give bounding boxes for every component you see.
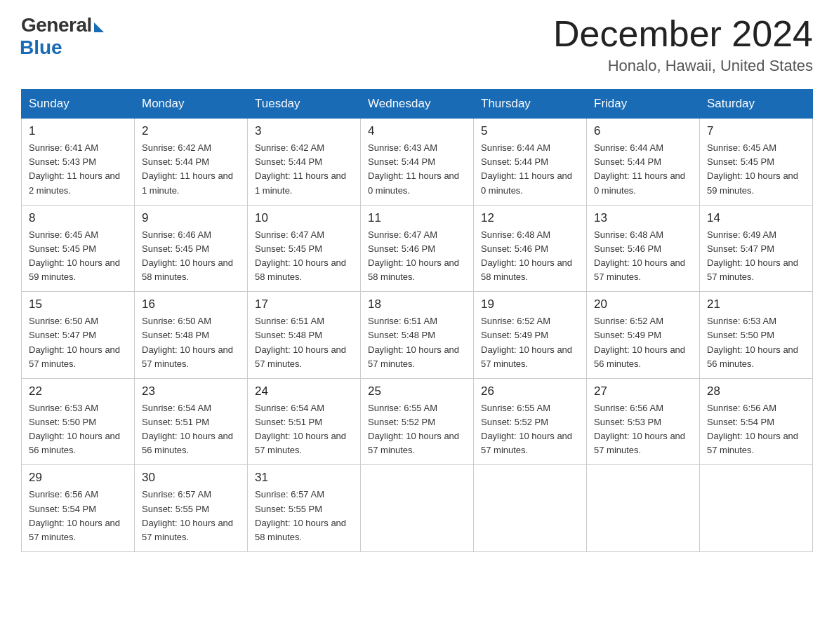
calendar-week-row: 1 Sunrise: 6:41 AMSunset: 5:43 PMDayligh… bbox=[22, 119, 813, 206]
day-number: 1 bbox=[29, 124, 127, 138]
day-info: Sunrise: 6:54 AMSunset: 5:51 PMDaylight:… bbox=[255, 401, 353, 458]
table-row: 21 Sunrise: 6:53 AMSunset: 5:50 PMDaylig… bbox=[700, 292, 813, 379]
day-info: Sunrise: 6:43 AMSunset: 5:44 PMDaylight:… bbox=[368, 141, 466, 198]
day-info: Sunrise: 6:53 AMSunset: 5:50 PMDaylight:… bbox=[29, 401, 127, 458]
table-row: 31 Sunrise: 6:57 AMSunset: 5:55 PMDaylig… bbox=[248, 465, 361, 552]
header-sunday: Sunday bbox=[22, 90, 135, 119]
header-friday: Friday bbox=[587, 90, 700, 119]
day-info: Sunrise: 6:55 AMSunset: 5:52 PMDaylight:… bbox=[368, 401, 466, 458]
day-number: 4 bbox=[368, 124, 466, 138]
header-saturday: Saturday bbox=[700, 90, 813, 119]
table-row bbox=[587, 465, 700, 552]
table-row: 25 Sunrise: 6:55 AMSunset: 5:52 PMDaylig… bbox=[361, 378, 474, 465]
day-info: Sunrise: 6:47 AMSunset: 5:45 PMDaylight:… bbox=[255, 228, 353, 285]
table-row: 4 Sunrise: 6:43 AMSunset: 5:44 PMDayligh… bbox=[361, 119, 474, 206]
header-monday: Monday bbox=[135, 90, 248, 119]
table-row: 17 Sunrise: 6:51 AMSunset: 5:48 PMDaylig… bbox=[248, 292, 361, 379]
day-info: Sunrise: 6:49 AMSunset: 5:47 PMDaylight:… bbox=[707, 228, 805, 285]
day-info: Sunrise: 6:45 AMSunset: 5:45 PMDaylight:… bbox=[707, 141, 805, 198]
day-info: Sunrise: 6:51 AMSunset: 5:48 PMDaylight:… bbox=[255, 314, 353, 371]
day-number: 5 bbox=[481, 124, 579, 138]
table-row: 5 Sunrise: 6:44 AMSunset: 5:44 PMDayligh… bbox=[474, 119, 587, 206]
day-number: 10 bbox=[255, 211, 353, 225]
table-row: 13 Sunrise: 6:48 AMSunset: 5:46 PMDaylig… bbox=[587, 205, 700, 292]
day-info: Sunrise: 6:50 AMSunset: 5:47 PMDaylight:… bbox=[29, 314, 127, 371]
calendar-week-row: 15 Sunrise: 6:50 AMSunset: 5:47 PMDaylig… bbox=[22, 292, 813, 379]
day-number: 22 bbox=[29, 384, 127, 398]
title-area: December 2024 Honalo, Hawaii, United Sta… bbox=[553, 14, 813, 75]
day-number: 7 bbox=[707, 124, 805, 138]
day-number: 31 bbox=[255, 471, 353, 485]
table-row: 10 Sunrise: 6:47 AMSunset: 5:45 PMDaylig… bbox=[248, 205, 361, 292]
table-row: 29 Sunrise: 6:56 AMSunset: 5:54 PMDaylig… bbox=[22, 465, 135, 552]
day-number: 15 bbox=[29, 297, 127, 311]
calendar-week-row: 29 Sunrise: 6:56 AMSunset: 5:54 PMDaylig… bbox=[22, 465, 813, 552]
day-info: Sunrise: 6:42 AMSunset: 5:44 PMDaylight:… bbox=[142, 141, 240, 198]
location-title: Honalo, Hawaii, United States bbox=[553, 57, 813, 75]
table-row bbox=[700, 465, 813, 552]
table-row: 20 Sunrise: 6:52 AMSunset: 5:49 PMDaylig… bbox=[587, 292, 700, 379]
day-info: Sunrise: 6:56 AMSunset: 5:54 PMDaylight:… bbox=[29, 488, 127, 544]
day-number: 24 bbox=[255, 384, 353, 398]
header-thursday: Thursday bbox=[474, 90, 587, 119]
table-row bbox=[474, 465, 587, 552]
table-row: 15 Sunrise: 6:50 AMSunset: 5:47 PMDaylig… bbox=[22, 292, 135, 379]
table-row: 18 Sunrise: 6:51 AMSunset: 5:48 PMDaylig… bbox=[361, 292, 474, 379]
page-header: General Blue December 2024 Honalo, Hawai… bbox=[21, 14, 813, 75]
table-row: 8 Sunrise: 6:45 AMSunset: 5:45 PMDayligh… bbox=[22, 205, 135, 292]
day-info: Sunrise: 6:48 AMSunset: 5:46 PMDaylight:… bbox=[594, 228, 692, 285]
day-info: Sunrise: 6:41 AMSunset: 5:43 PMDaylight:… bbox=[29, 141, 127, 198]
day-number: 21 bbox=[707, 297, 805, 311]
day-number: 11 bbox=[368, 211, 466, 225]
day-info: Sunrise: 6:47 AMSunset: 5:46 PMDaylight:… bbox=[368, 228, 466, 285]
table-row: 30 Sunrise: 6:57 AMSunset: 5:55 PMDaylig… bbox=[135, 465, 248, 552]
table-row: 2 Sunrise: 6:42 AMSunset: 5:44 PMDayligh… bbox=[135, 119, 248, 206]
table-row: 22 Sunrise: 6:53 AMSunset: 5:50 PMDaylig… bbox=[22, 378, 135, 465]
day-info: Sunrise: 6:52 AMSunset: 5:49 PMDaylight:… bbox=[594, 314, 692, 371]
day-number: 16 bbox=[142, 297, 240, 311]
table-row bbox=[361, 465, 474, 552]
weekday-header-row: Sunday Monday Tuesday Wednesday Thursday… bbox=[22, 90, 813, 119]
day-info: Sunrise: 6:57 AMSunset: 5:55 PMDaylight:… bbox=[255, 488, 353, 544]
day-info: Sunrise: 6:48 AMSunset: 5:46 PMDaylight:… bbox=[481, 228, 579, 285]
day-info: Sunrise: 6:46 AMSunset: 5:45 PMDaylight:… bbox=[142, 228, 240, 285]
month-title: December 2024 bbox=[553, 14, 813, 54]
day-number: 28 bbox=[707, 384, 805, 398]
day-info: Sunrise: 6:44 AMSunset: 5:44 PMDaylight:… bbox=[481, 141, 579, 198]
day-info: Sunrise: 6:51 AMSunset: 5:48 PMDaylight:… bbox=[368, 314, 466, 371]
day-info: Sunrise: 6:55 AMSunset: 5:52 PMDaylight:… bbox=[481, 401, 579, 458]
day-number: 13 bbox=[594, 211, 692, 225]
table-row: 26 Sunrise: 6:55 AMSunset: 5:52 PMDaylig… bbox=[474, 378, 587, 465]
day-number: 20 bbox=[594, 297, 692, 311]
day-info: Sunrise: 6:42 AMSunset: 5:44 PMDaylight:… bbox=[255, 141, 353, 198]
day-number: 2 bbox=[142, 124, 240, 138]
calendar-table: Sunday Monday Tuesday Wednesday Thursday… bbox=[21, 89, 813, 552]
header-wednesday: Wednesday bbox=[361, 90, 474, 119]
day-number: 9 bbox=[142, 211, 240, 225]
table-row: 19 Sunrise: 6:52 AMSunset: 5:49 PMDaylig… bbox=[474, 292, 587, 379]
logo: General Blue bbox=[21, 14, 104, 59]
day-number: 3 bbox=[255, 124, 353, 138]
table-row: 16 Sunrise: 6:50 AMSunset: 5:48 PMDaylig… bbox=[135, 292, 248, 379]
day-info: Sunrise: 6:53 AMSunset: 5:50 PMDaylight:… bbox=[707, 314, 805, 371]
day-number: 25 bbox=[368, 384, 466, 398]
day-info: Sunrise: 6:54 AMSunset: 5:51 PMDaylight:… bbox=[142, 401, 240, 458]
calendar-week-row: 22 Sunrise: 6:53 AMSunset: 5:50 PMDaylig… bbox=[22, 378, 813, 465]
day-number: 12 bbox=[481, 211, 579, 225]
day-number: 19 bbox=[481, 297, 579, 311]
table-row: 24 Sunrise: 6:54 AMSunset: 5:51 PMDaylig… bbox=[248, 378, 361, 465]
logo-general-text: General bbox=[21, 14, 92, 36]
day-number: 29 bbox=[29, 471, 127, 485]
day-number: 6 bbox=[594, 124, 692, 138]
logo-blue-text: Blue bbox=[20, 36, 62, 59]
table-row: 28 Sunrise: 6:56 AMSunset: 5:54 PMDaylig… bbox=[700, 378, 813, 465]
day-info: Sunrise: 6:45 AMSunset: 5:45 PMDaylight:… bbox=[29, 228, 127, 285]
day-number: 30 bbox=[142, 471, 240, 485]
day-info: Sunrise: 6:56 AMSunset: 5:53 PMDaylight:… bbox=[594, 401, 692, 458]
day-info: Sunrise: 6:56 AMSunset: 5:54 PMDaylight:… bbox=[707, 401, 805, 458]
table-row: 1 Sunrise: 6:41 AMSunset: 5:43 PMDayligh… bbox=[22, 119, 135, 206]
day-number: 14 bbox=[707, 211, 805, 225]
table-row: 23 Sunrise: 6:54 AMSunset: 5:51 PMDaylig… bbox=[135, 378, 248, 465]
table-row: 3 Sunrise: 6:42 AMSunset: 5:44 PMDayligh… bbox=[248, 119, 361, 206]
day-number: 27 bbox=[594, 384, 692, 398]
